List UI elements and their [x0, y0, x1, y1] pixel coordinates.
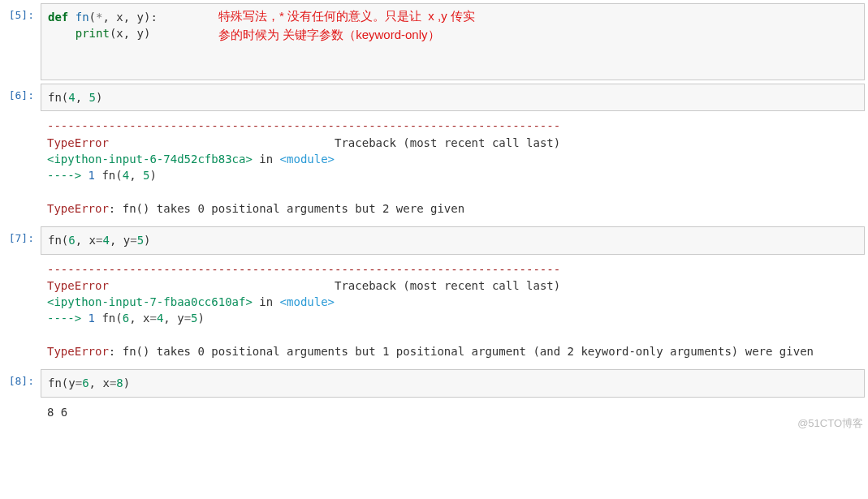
tb-location: <ipython-input-6-74d52cfb83ca> — [47, 153, 253, 166]
num: 6 — [82, 376, 89, 389]
tb-in: in — [253, 295, 280, 308]
eq: = — [76, 376, 82, 389]
tb-header: Traceback (most recent call last) — [335, 279, 560, 292]
annotation-text: 特殊写法，* 没有任何的意义。只是让 x ,y 传实 参的时候为 关键字参数（k… — [218, 7, 475, 44]
prompt-8: [8]: — [3, 369, 41, 389]
tb-call-fn: fn — [95, 169, 115, 182]
eq: = — [130, 234, 136, 247]
kwarg: , y — [163, 312, 184, 325]
num: 5 — [137, 234, 144, 247]
paren: ( — [115, 312, 122, 325]
fn-call: fn — [48, 91, 62, 104]
num: 6 — [123, 312, 129, 325]
tb-call-fn: fn — [95, 312, 115, 325]
tb-dash: ----------------------------------------… — [47, 119, 560, 132]
stdout-8: 8 6 — [41, 401, 865, 427]
eq: = — [149, 312, 156, 325]
paren: ( — [115, 169, 122, 182]
indent — [48, 27, 76, 40]
tb-error-type: TypeError — [47, 279, 109, 292]
comma: , — [89, 376, 103, 389]
tb-lineno: 1 — [89, 312, 95, 325]
tb-message: : fn() takes 0 positional arguments but … — [109, 345, 814, 358]
tb-lineno: 1 — [89, 169, 95, 182]
cell-6: [6]: fn(4, 5) — [3, 84, 865, 111]
tb-module: <module> — [280, 153, 335, 166]
traceback-7: ----------------------------------------… — [41, 258, 865, 367]
colon: : — [150, 11, 157, 24]
cell-8: [8]: fn(y=6, x=8) — [3, 369, 865, 397]
kwarg: , x — [129, 312, 149, 325]
params: , x, y — [102, 11, 144, 24]
num: 8 — [116, 376, 123, 389]
code-input-7[interactable]: fn(6, x=4, y=5) — [41, 226, 865, 254]
prompt-5: [5]: — [3, 3, 41, 24]
paren: ) — [123, 376, 130, 389]
comma: , — [129, 169, 143, 182]
cell-6-output: . --------------------------------------… — [3, 114, 865, 223]
prompt-6: [6]: — [3, 84, 41, 104]
builtin-print: print — [76, 27, 110, 40]
tb-arrow: ----> — [47, 312, 89, 325]
eq: = — [184, 312, 191, 325]
code-input-5[interactable]: def fn(*, x, y): print(x, y) 特殊写法，* 没有任何… — [41, 3, 865, 80]
tb-error-type: TypeError — [47, 345, 109, 358]
traceback-6: ----------------------------------------… — [41, 114, 865, 223]
paren: ) — [144, 234, 150, 247]
prompt-7: [7]: — [3, 226, 41, 247]
paren: ) — [144, 27, 150, 40]
num: 6 — [68, 234, 75, 247]
output-text: 8 6 — [47, 406, 67, 419]
num: 4 — [123, 169, 129, 182]
tb-dash: ----------------------------------------… — [47, 263, 560, 276]
tb-error-type: TypeError — [47, 136, 109, 149]
watermark: @51CTO博客 — [797, 416, 863, 432]
cell-7: [7]: fn(6, x=4, y=5) — [3, 226, 865, 254]
paren: ) — [96, 91, 102, 104]
num: 4 — [102, 234, 109, 247]
tb-in: in — [253, 153, 280, 166]
cell-7-output: . --------------------------------------… — [3, 258, 865, 367]
args: x, y — [116, 27, 144, 40]
cell-8-output: . 8 6 — [3, 401, 865, 427]
paren: ) — [149, 169, 156, 182]
tb-error-type: TypeError — [47, 202, 109, 215]
tb-location: <ipython-input-7-fbaa0cc610af> — [47, 295, 253, 308]
tb-header: Traceback (most recent call last) — [335, 136, 560, 149]
num: 5 — [89, 91, 96, 104]
paren: ( — [89, 11, 96, 24]
num: 5 — [191, 312, 197, 325]
kwarg: , y — [110, 234, 130, 247]
kwarg-key: y — [68, 376, 75, 389]
paren: ) — [198, 312, 205, 325]
fn-name: fn — [68, 11, 89, 24]
comma: , — [76, 91, 89, 104]
tb-message: : fn() takes 0 positional arguments but … — [109, 202, 464, 215]
kwarg-key: x — [102, 376, 109, 389]
code-input-8[interactable]: fn(y=6, x=8) — [41, 369, 865, 397]
tb-arrow: ----> — [47, 169, 89, 182]
tb-module: <module> — [280, 295, 335, 308]
cell-5: [5]: def fn(*, x, y): print(x, y) 特殊写法，*… — [3, 3, 865, 80]
code-input-6[interactable]: fn(4, 5) — [41, 84, 865, 111]
keyword-def: def — [48, 11, 68, 24]
kwarg: , x — [76, 234, 96, 247]
fn-call: fn — [48, 376, 62, 389]
fn-call: fn — [48, 234, 62, 247]
num: 4 — [68, 91, 75, 104]
